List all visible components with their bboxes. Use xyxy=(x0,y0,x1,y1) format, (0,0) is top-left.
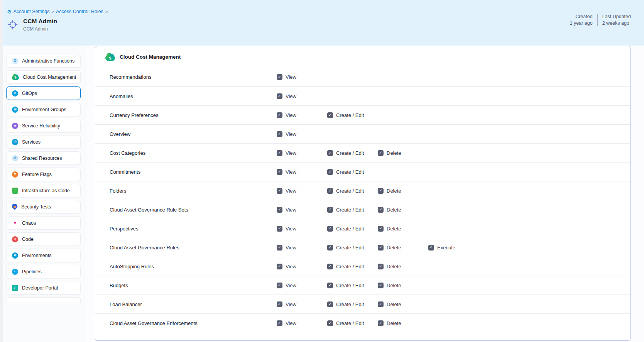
checkbox-checked-icon[interactable]: ✓ xyxy=(327,320,333,326)
sidebar-item-gitops[interactable]: ↺ GitOps xyxy=(6,86,81,100)
checkbox-checked-icon[interactable]: ✓ xyxy=(327,188,333,194)
checkbox-checked-icon[interactable]: ✓ xyxy=(327,207,333,213)
sidebar-item-service-reliability[interactable]: ◈ Service Reliability xyxy=(6,119,81,132)
permission-view-checkbox[interactable]: ✓ View xyxy=(277,93,327,99)
sidebar-item-developer-portal[interactable]: ⇄ Developer Portal xyxy=(6,281,81,295)
sidebar-item-code[interactable]: ψ Code xyxy=(6,232,81,246)
permission-create-edit-checkbox[interactable]: ✓ Create / Edit xyxy=(327,207,378,213)
sidebar-item-environment-groups[interactable]: ⊞ Environment Groups xyxy=(6,103,81,116)
permission-delete-checkbox[interactable]: ✓ Delete xyxy=(378,283,428,288)
sidebar-item-cloud-cost-management[interactable]: $ Cloud Cost Management xyxy=(6,70,81,84)
permission-delete-checkbox[interactable]: ✓ Delete xyxy=(378,320,428,326)
permission-create-edit-checkbox[interactable]: ✓ Create / Edit xyxy=(327,150,378,156)
checkbox-checked-icon[interactable]: ✓ xyxy=(378,283,384,288)
checkbox-checked-icon[interactable]: ✓ xyxy=(378,150,384,156)
page-subtitle: CCM Admin xyxy=(23,26,57,32)
permission-delete-checkbox[interactable]: ✓ Delete xyxy=(378,264,428,269)
checkbox-checked-icon[interactable]: ✓ xyxy=(277,93,282,99)
sidebar-item-shared-resources[interactable]: ✳ Shared Resources xyxy=(6,151,81,165)
permission-execute-checkbox[interactable]: ✓ Execute xyxy=(428,245,479,251)
checkbox-checked-icon[interactable]: ✓ xyxy=(327,301,333,307)
permission-view-checkbox[interactable]: ✓ View xyxy=(277,226,327,232)
breadcrumb-separator: > xyxy=(51,9,54,14)
checkbox-checked-icon[interactable]: ✓ xyxy=(327,169,333,175)
permission-view-checkbox[interactable]: ✓ View xyxy=(277,301,327,307)
permission-row-autostopping-rules: AutoStopping Rules ✓ View ✓ Create / Edi… xyxy=(95,257,630,276)
sidebar-item-feature-flags[interactable]: ⚑ Feature Flags xyxy=(6,168,81,181)
checkbox-checked-icon[interactable]: ✓ xyxy=(277,74,282,80)
checkbox-checked-icon[interactable]: ✓ xyxy=(327,112,333,118)
permission-create-edit-checkbox[interactable]: ✓ Create / Edit xyxy=(327,226,378,232)
permission-view-checkbox[interactable]: ✓ View xyxy=(277,74,327,80)
checkbox-checked-icon[interactable]: ✓ xyxy=(327,283,333,288)
checkbox-checked-icon[interactable]: ✓ xyxy=(277,188,282,194)
checkbox-checked-icon[interactable]: ✓ xyxy=(277,207,282,213)
permission-delete-checkbox[interactable]: ✓ Delete xyxy=(378,226,428,232)
checkbox-checked-icon[interactable]: ✓ xyxy=(277,245,282,251)
sidebar-item-security-tests[interactable]: ● Security Tests xyxy=(6,200,81,213)
breadcrumb-link-access-control-roles[interactable]: Access Control: Roles xyxy=(56,9,103,14)
permission-view-checkbox[interactable]: ✓ View xyxy=(277,169,327,175)
checkbox-checked-icon[interactable]: ✓ xyxy=(378,245,384,251)
sidebar-item-environments[interactable]: ≡ Environments xyxy=(6,249,81,262)
checkbox-checked-icon[interactable]: ✓ xyxy=(378,226,384,232)
permission-row-commitments: Commitments ✓ View ✓ Create / Edit xyxy=(95,162,630,181)
checkbox-checked-icon[interactable]: ✓ xyxy=(327,226,333,232)
sidebar-item-chaos[interactable]: ✦ Chaos xyxy=(6,216,81,230)
sidebar-item-services[interactable]: ◎ Services xyxy=(6,135,81,149)
permission-create-edit-checkbox[interactable]: ✓ Create / Edit xyxy=(327,245,378,251)
checkbox-checked-icon[interactable]: ✓ xyxy=(378,264,384,269)
checkbox-checked-icon[interactable]: ✓ xyxy=(277,320,282,326)
permission-view-checkbox[interactable]: ✓ View xyxy=(277,283,327,288)
permission-delete-checkbox[interactable]: ✓ Delete xyxy=(378,207,428,213)
permission-create-edit-checkbox[interactable]: ✓ Create / Edit xyxy=(327,283,378,288)
cloud-cost-management-icon: $ xyxy=(105,55,115,61)
permission-create-edit-checkbox[interactable]: ✓ Create / Edit xyxy=(327,169,378,175)
last-updated-value: 2 weeks ago xyxy=(602,20,631,26)
checkbox-checked-icon[interactable]: ✓ xyxy=(277,131,282,137)
checkbox-checked-icon[interactable]: ✓ xyxy=(277,169,282,175)
sidebar-item-infrastructure-as-code[interactable]: ⠿ Infrastructure as Code xyxy=(6,184,81,197)
checkbox-checked-icon[interactable]: ✓ xyxy=(327,245,333,251)
permission-view-checkbox[interactable]: ✓ View xyxy=(277,264,327,269)
permission-delete-checkbox[interactable]: ✓ Delete xyxy=(378,245,428,251)
permission-view-checkbox[interactable]: ✓ View xyxy=(277,150,327,156)
permission-delete-checkbox[interactable]: ✓ Delete xyxy=(378,188,428,194)
permission-view-checkbox[interactable]: ✓ View xyxy=(277,245,327,251)
permission-create-edit-checkbox[interactable]: ✓ Create / Edit xyxy=(327,301,378,307)
permission-create-edit-checkbox[interactable]: ✓ Create / Edit xyxy=(327,112,378,118)
services-icon: ◎ xyxy=(12,139,18,145)
checkbox-checked-icon[interactable]: ✓ xyxy=(378,188,384,194)
sidebar-item-administrative-functions[interactable]: ⚙ Administrative Functions xyxy=(6,54,81,68)
permission-view-checkbox[interactable]: ✓ View xyxy=(277,131,327,137)
checkbox-checked-icon[interactable]: ✓ xyxy=(277,264,282,269)
permission-view-checkbox[interactable]: ✓ View xyxy=(277,320,327,326)
permission-label-execute: Execute xyxy=(437,245,455,251)
sidebar-item-partial[interactable] xyxy=(6,297,81,303)
checkbox-checked-icon[interactable]: ✓ xyxy=(378,301,384,307)
checkbox-checked-icon[interactable]: ✓ xyxy=(428,245,434,251)
checkbox-checked-icon[interactable]: ✓ xyxy=(277,283,282,288)
permission-view-checkbox[interactable]: ✓ View xyxy=(277,112,327,118)
permission-create-edit-checkbox[interactable]: ✓ Create / Edit xyxy=(327,264,378,269)
checkbox-checked-icon[interactable]: ✓ xyxy=(378,320,384,326)
checkbox-checked-icon[interactable]: ✓ xyxy=(327,150,333,156)
permission-label-delete: Delete xyxy=(387,150,401,156)
environment-groups-icon: ⊞ xyxy=(12,107,18,113)
sidebar-item-pipelines[interactable]: ≈ Pipelines xyxy=(6,265,81,278)
permission-create-edit-checkbox[interactable]: ✓ Create / Edit xyxy=(327,188,378,194)
checkbox-checked-icon[interactable]: ✓ xyxy=(277,112,282,118)
permission-delete-checkbox[interactable]: ✓ Delete xyxy=(378,150,428,156)
sidebar-item-label: Environments xyxy=(22,253,51,258)
permission-view-checkbox[interactable]: ✓ View xyxy=(277,188,327,194)
permission-view-checkbox[interactable]: ✓ View xyxy=(277,207,327,213)
role-target-icon xyxy=(7,19,19,30)
permission-create-edit-checkbox[interactable]: ✓ Create / Edit xyxy=(327,320,378,326)
checkbox-checked-icon[interactable]: ✓ xyxy=(327,264,333,269)
breadcrumb-link-account-settings[interactable]: Account Settings xyxy=(14,9,50,14)
checkbox-checked-icon[interactable]: ✓ xyxy=(277,301,282,307)
checkbox-checked-icon[interactable]: ✓ xyxy=(277,150,282,156)
checkbox-checked-icon[interactable]: ✓ xyxy=(378,207,384,213)
permission-delete-checkbox[interactable]: ✓ Delete xyxy=(378,301,428,307)
checkbox-checked-icon[interactable]: ✓ xyxy=(277,226,282,232)
